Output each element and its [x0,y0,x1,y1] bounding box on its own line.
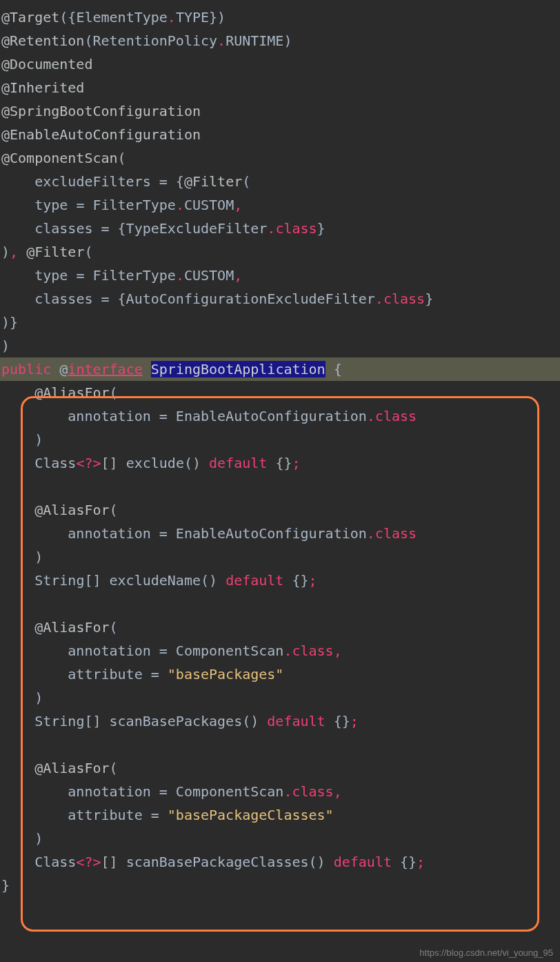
code-line: ), @Filter( [0,240,560,264]
code-line: @AliasFor( [0,381,560,404]
code-line: @EnableAutoConfiguration [0,123,560,146]
code-line: type = FilterType.CUSTOM, [0,264,560,287]
code-line: annotation = ComponentScan.class, [0,780,560,803]
code-editor[interactable]: @Target({ElementType.TYPE}) @Retention(R… [0,0,560,903]
selected-identifier: SpringBootApplication [151,361,326,377]
code-line: @Retention(RetentionPolicy.RUNTIME) [0,29,560,52]
code-line: classes = {TypeExcludeFilter.class} [0,217,560,240]
code-line [0,592,560,616]
code-line: type = FilterType.CUSTOM, [0,193,560,217]
watermark-text: https://blog.csdn.net/vi_young_95 [419,948,553,958]
code-line: )} [0,311,560,334]
code-line: excludeFilters = {@Filter( [0,170,560,193]
code-line [0,475,560,498]
code-line: annotation = EnableAutoConfiguration.cla… [0,404,560,428]
code-line: @AliasFor( [0,498,560,522]
code-line: @AliasFor( [0,616,560,639]
code-line: @Documented [0,52,560,76]
code-line: ) [0,827,560,850]
code-line: Class<?>[] scanBasePackageClasses() defa… [0,850,560,874]
code-line: attribute = "basePackages" [0,662,560,686]
code-line: @ComponentScan( [0,146,560,170]
code-line: annotation = ComponentScan.class, [0,639,560,662]
code-line: String[] excludeName() default {}; [0,569,560,592]
code-line: } [0,874,560,897]
code-line: @Inherited [0,76,560,99]
code-line: annotation = EnableAutoConfiguration.cla… [0,522,560,545]
code-line: @SpringBootConfiguration [0,99,560,123]
code-line: ) [0,686,560,709]
code-line: classes = {AutoConfigurationExcludeFilte… [0,287,560,311]
code-line: ) [0,545,560,569]
code-line: ) [0,428,560,451]
code-line: String[] scanBasePackages() default {}; [0,709,560,733]
code-line: @Target({ElementType.TYPE}) [0,6,560,29]
code-line: attribute = "basePackageClasses" [0,803,560,827]
code-line [0,733,560,756]
code-line-highlighted: public @interface SpringBootApplication … [0,357,560,381]
code-line: ) [0,334,560,357]
code-line: @AliasFor( [0,756,560,780]
code-line: Class<?>[] exclude() default {}; [0,451,560,475]
